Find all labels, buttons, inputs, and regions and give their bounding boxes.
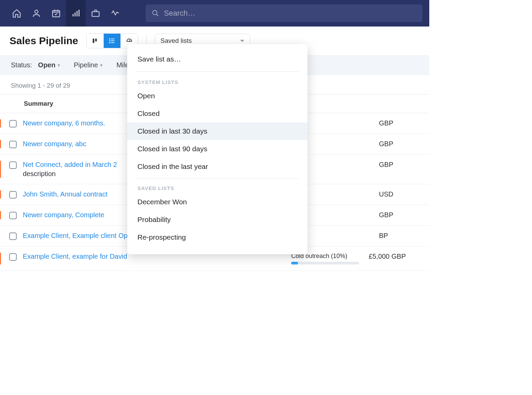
svg-rect-1 [53, 11, 60, 17]
row-accent [0, 190, 1, 199]
nav-icon-group [7, 0, 125, 27]
divider [135, 71, 299, 72]
page-title: Sales Pipeline [10, 35, 78, 47]
cases-icon[interactable] [86, 0, 105, 27]
chevron-down-icon: ▾ [100, 62, 103, 68]
row-link[interactable]: Newer company, 6 months. [23, 119, 105, 127]
row-link[interactable]: John Smith, Annual contract [23, 190, 107, 198]
svg-point-10 [109, 42, 111, 44]
search-placeholder: Search… [164, 9, 195, 18]
svg-rect-7 [111, 39, 115, 39]
calendar-icon[interactable] [46, 0, 66, 27]
row-accent [0, 253, 1, 264]
row-currency: GBP [379, 119, 420, 127]
board-view-button[interactable] [87, 34, 104, 48]
row-link[interactable]: Net Connect, added in March 2 [23, 161, 117, 168]
dropdown-section-system: SYSTEM LISTS [127, 75, 307, 87]
svg-rect-4 [93, 39, 95, 43]
row-link[interactable]: Newer company, Complete [23, 211, 104, 219]
divider [135, 178, 299, 178]
row-currency: GBP [379, 211, 420, 219]
svg-point-6 [109, 38, 111, 40]
row-link[interactable]: Example Client, example for David [23, 253, 127, 260]
dropdown-save-as[interactable]: Save list as… [127, 50, 307, 68]
dropdown-item-closed[interactable]: Closed [127, 105, 307, 122]
svg-point-0 [35, 10, 38, 13]
row-currency: BP [379, 232, 420, 240]
row-accent [0, 140, 1, 148]
chevron-down-icon: ▾ [57, 62, 60, 68]
dropdown-item-closed-30[interactable]: Closed in last 30 days [127, 122, 307, 140]
filter-pipeline[interactable]: Pipeline ▾ [74, 61, 103, 69]
row-checkbox[interactable] [9, 233, 17, 240]
svg-rect-5 [95, 39, 97, 41]
row-checkbox[interactable] [9, 191, 17, 199]
row-link[interactable]: Newer company, abc [23, 140, 86, 148]
row-checkbox[interactable] [9, 161, 17, 169]
dropdown-section-saved: SAVED LISTS [127, 181, 307, 193]
top-nav: Search… [0, 0, 429, 27]
saved-lists-label: Saved lists [161, 37, 192, 45]
row-accent [0, 119, 1, 127]
filter-status[interactable]: Status: Open ▾ [11, 61, 60, 69]
search-input[interactable]: Search… [146, 4, 422, 22]
row-accent [0, 211, 1, 219]
row-value: £5,000 GBP [369, 253, 420, 260]
row-currency: GBP [379, 140, 420, 148]
pipeline-icon[interactable] [66, 0, 86, 27]
row-checkbox[interactable] [9, 120, 17, 127]
progress-bar [291, 262, 359, 264]
svg-point-3 [153, 11, 157, 15]
svg-rect-2 [92, 12, 99, 16]
home-icon[interactable] [7, 0, 27, 27]
svg-rect-11 [111, 42, 115, 43]
row-currency: GBP [379, 161, 420, 169]
saved-lists-dropdown: Save list as… SYSTEM LISTS Open Closed C… [127, 44, 307, 254]
dropdown-item-closed-90[interactable]: Closed in last 90 days [127, 140, 307, 158]
dropdown-item-probability[interactable]: Probability [127, 211, 307, 228]
row-checkbox[interactable] [9, 253, 17, 261]
dropdown-item-open[interactable]: Open [127, 87, 307, 105]
list-view-button[interactable] [104, 34, 121, 48]
search-icon [152, 10, 159, 17]
svg-rect-9 [111, 40, 115, 41]
activity-icon[interactable] [105, 0, 125, 27]
row-accent [0, 161, 1, 178]
row-checkbox[interactable] [9, 141, 17, 148]
row-link[interactable]: Example Client, Example client Opp 20 [23, 232, 141, 239]
chevron-down-icon [240, 40, 244, 42]
svg-point-8 [109, 40, 111, 41]
person-icon[interactable] [27, 0, 46, 27]
row-stage: Cold outreach (10%) [291, 253, 363, 264]
row-accent [0, 232, 1, 240]
row-checkbox[interactable] [9, 212, 17, 219]
dropdown-item-closed-year[interactable]: Closed in the last year [127, 158, 307, 175]
dropdown-item-december-won[interactable]: December Won [127, 193, 307, 211]
row-currency: USD [379, 190, 420, 198]
dropdown-item-reprospecting[interactable]: Re-prospecting [127, 228, 307, 246]
